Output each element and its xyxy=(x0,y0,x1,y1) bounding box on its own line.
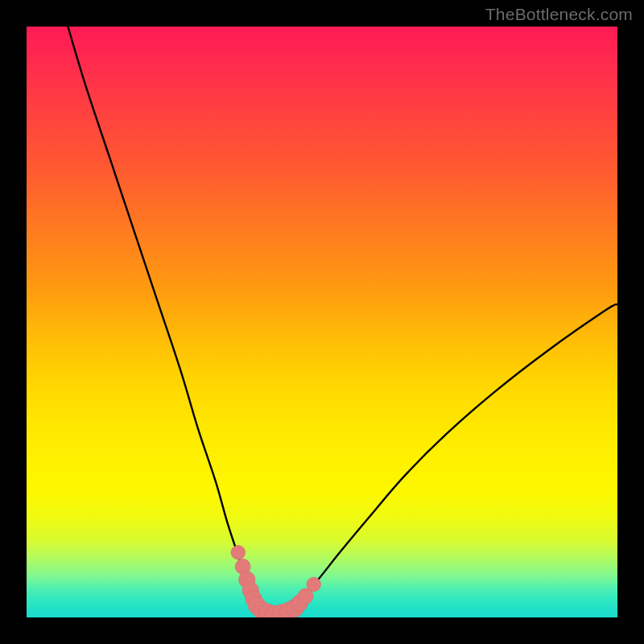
curve-right-branch xyxy=(275,304,617,615)
marker-point xyxy=(307,577,321,592)
plot-area xyxy=(27,27,617,617)
chart-frame: TheBottleneck.com xyxy=(0,0,644,644)
curve-left-branch xyxy=(68,27,275,615)
curve-layer xyxy=(27,27,617,617)
curves-group xyxy=(68,27,617,615)
watermark-text: TheBottleneck.com xyxy=(485,5,633,24)
marker-point xyxy=(231,545,246,559)
markers-group xyxy=(231,545,321,617)
